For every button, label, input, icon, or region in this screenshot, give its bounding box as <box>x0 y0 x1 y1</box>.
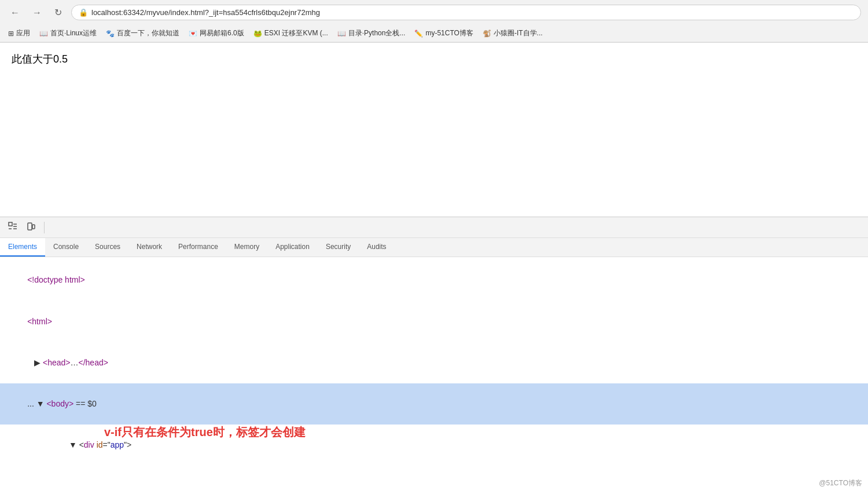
refresh-button[interactable]: ↻ <box>51 5 65 20</box>
bookmark-label: ESXI 迁移至KVM (... <box>264 28 328 38</box>
bookmark-label: 小猿圈-IT自学... <box>494 28 543 38</box>
tab-memory[interactable]: Memory <box>226 238 267 257</box>
bookmark-label: 应用 <box>16 28 30 38</box>
baidu-icon: 🐾 <box>106 30 115 38</box>
bookmarks-bar: ⊞ 应用 📖 首页·Linux运维 🐾 百度一下，你就知道 💌 网易邮箱6.0版… <box>0 25 868 42</box>
device-toolbar-button[interactable] <box>23 219 39 235</box>
devtools-elements-panel: <!doctype html> <html> ▶ <head>…</head> … <box>0 257 868 460</box>
bookmark-apps[interactable]: ⊞ 应用 <box>6 27 32 39</box>
tab-sources[interactable]: Sources <box>87 238 128 257</box>
dom-line-body[interactable]: ... ▼ <body> == $0 <box>0 383 868 425</box>
tab-application[interactable]: Application <box>267 238 318 257</box>
inspect-element-button[interactable] <box>5 219 21 235</box>
tab-security[interactable]: Security <box>318 238 359 257</box>
page-main-text: 此值大于0.5 <box>12 52 856 66</box>
bookmark-mail[interactable]: 💌 网易邮箱6.0版 <box>186 27 247 39</box>
bookmark-linux[interactable]: 📖 首页·Linux运维 <box>37 27 99 39</box>
devtools-tabs: Elements Console Sources Network Perform… <box>0 238 868 257</box>
book-icon: 📖 <box>39 30 48 38</box>
bookmark-51cto[interactable]: ✏️ my-51CTO博客 <box>412 27 475 39</box>
tab-console[interactable]: Console <box>45 238 87 257</box>
devtools-panel: Elements Console Sources Network Perform… <box>0 217 868 460</box>
toolbar-separator <box>44 222 45 233</box>
bookmark-label: 百度一下，你就知道 <box>117 28 179 38</box>
lock-icon: 🔒 <box>79 8 88 17</box>
dom-tree: <!doctype html> <html> ▶ <head>…</head> … <box>0 257 868 460</box>
dom-line-div-app[interactable]: ▼ <div id="app"> <box>23 425 868 460</box>
svg-rect-6 <box>32 225 35 229</box>
apps-icon: ⊞ <box>8 30 14 38</box>
monkey-icon: 🐒 <box>483 30 491 38</box>
python-icon: 📖 <box>337 30 346 38</box>
dom-line-head[interactable]: ▶ <head>…</head> <box>0 342 868 383</box>
bookmark-label: 首页·Linux运维 <box>50 28 97 38</box>
url-text: localhost:63342/myvue/index.html?_ijt=hs… <box>91 8 320 17</box>
dom-line-html-open[interactable]: <html> <box>0 301 868 342</box>
svg-rect-0 <box>9 222 12 226</box>
svg-rect-5 <box>28 223 32 230</box>
bookmark-monkey[interactable]: 🐒 小猿圈-IT自学... <box>480 27 545 39</box>
tab-performance[interactable]: Performance <box>170 238 226 257</box>
dom-section-app: ▼ <div id="app"> v-if只有在条件为true时，标签才会创建 … <box>0 425 868 460</box>
bookmark-label: 目录·Python全栈... <box>348 28 406 38</box>
dom-line-doctype[interactable]: <!doctype html> <box>0 259 868 301</box>
esxi-icon: 🐸 <box>253 30 262 38</box>
forward-button[interactable]: → <box>29 5 45 20</box>
bookmark-label: my-51CTO博客 <box>425 28 473 38</box>
mail-icon: 💌 <box>189 30 197 38</box>
bookmark-python[interactable]: 📖 目录·Python全栈... <box>335 27 408 39</box>
back-button[interactable]: ← <box>7 5 23 20</box>
address-bar[interactable]: 🔒 localhost:63342/myvue/index.html?_ijt=… <box>71 5 861 20</box>
tab-network[interactable]: Network <box>128 238 170 257</box>
bookmark-baidu[interactable]: 🐾 百度一下，你就知道 <box>104 27 182 39</box>
bookmark-label: 网易邮箱6.0版 <box>200 28 244 38</box>
browser-chrome: ← → ↻ 🔒 localhost:63342/myvue/index.html… <box>0 0 868 43</box>
51cto-icon: ✏️ <box>414 30 423 38</box>
nav-bar: ← → ↻ 🔒 localhost:63342/myvue/index.html… <box>0 0 868 25</box>
bookmark-esxi[interactable]: 🐸 ESXI 迁移至KVM (... <box>251 27 330 39</box>
tab-audits[interactable]: Audits <box>359 238 394 257</box>
devtools-toolbar <box>0 217 868 238</box>
tab-elements[interactable]: Elements <box>0 238 45 257</box>
page-content-area: 此值大于0.5 <box>0 43 868 217</box>
